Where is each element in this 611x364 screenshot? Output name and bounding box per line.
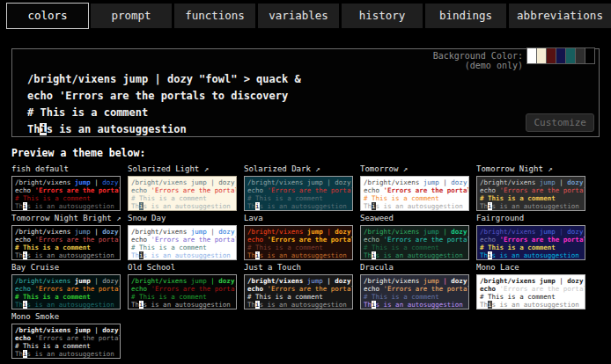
theme-sample-line-4: This is an autosuggestion — [247, 251, 352, 259]
error-text: 'Errors are the portals to discovery — [500, 236, 585, 244]
theme-card[interactable]: /bright/vixens jump | dozy "fowl" > quac… — [11, 324, 121, 359]
comment-text: # This is a comment — [480, 293, 556, 301]
pipe-separator: | — [323, 228, 335, 236]
quoted-text: "fowl" > quack & — [234, 228, 237, 236]
theme-card[interactable]: /bright/vixens jump | dozy "fowl" > quac… — [360, 176, 469, 211]
theme-card[interactable]: /bright/vixens jump | dozy "fowl" > quac… — [11, 274, 121, 309]
theme-card[interactable]: /bright/vixens jump | dozy "fowl" > quac… — [128, 176, 237, 211]
theme-title: Solarized Light ↗ — [128, 164, 237, 174]
tab-bindings[interactable]: bindings — [425, 4, 506, 28]
background-color-swatch[interactable] — [585, 47, 595, 64]
quoted-text: "fowl" > quack & — [467, 228, 469, 236]
autosuggestion-text: s is an autosuggestion — [492, 301, 579, 309]
shell-command-text: jump — [423, 277, 439, 285]
echo-command-text: echo — [480, 236, 500, 244]
theme-sample-line-2: echo 'Errors are the portals to discover… — [364, 285, 468, 293]
theme-sample-line-1: /bright/vixens jump | dozy "fowl" > quac… — [364, 277, 468, 285]
theme-card[interactable]: /bright/vixens jump | dozy "fowl" > quac… — [128, 225, 237, 260]
error-text: 'Errors are the portals to discovery — [35, 236, 121, 244]
comment-text: # This is a comment — [247, 194, 323, 202]
error-text: 'Errors are the portals to discovery — [384, 186, 469, 194]
shell-command-text: jump — [191, 178, 207, 186]
quoted-text: "fowl" > quack & — [118, 277, 121, 285]
quoted-text: "fowl" > quack & — [583, 178, 585, 186]
comment-text: # This is a comment — [15, 342, 91, 350]
quoted-text: "fowl" > quack & — [350, 277, 353, 285]
autosuggestion-text: Th — [131, 301, 139, 309]
theme-sample-line-2: echo 'Errors are the portals to discover… — [247, 236, 352, 244]
tab-colors[interactable]: colors — [7, 4, 88, 28]
error-text: 'Errors are the portals to discovery — [151, 285, 237, 293]
theme-sample-line-2: echo 'Errors are the portals to discover… — [15, 285, 120, 293]
comment-text: # This is a comment — [247, 244, 323, 251]
theme-sample-line-1: /bright/vixens jump | dozy "fowl" > quac… — [15, 277, 120, 285]
theme-card[interactable]: /bright/vixens jump | dozy "fowl" > quac… — [476, 274, 585, 309]
shell-path-text: /bright/vixens — [27, 73, 122, 85]
shell-command2-text: dozy — [335, 228, 350, 236]
shell-command2-text: dozy — [451, 277, 467, 285]
theme-card[interactable]: /bright/vixens jump | dozy "fowl" > quac… — [244, 176, 353, 211]
theme-cell: Bay Cruise/bright/vixens jump | dozy "fo… — [11, 262, 121, 309]
theme-sample-line-2: echo 'Errors are the portals to discover… — [131, 236, 236, 244]
theme-sample-line-3: # This is a comment — [131, 244, 236, 251]
tab-abbreviations[interactable]: abbreviations — [509, 4, 611, 28]
autosuggestion-text: s is an autosuggestion — [144, 301, 231, 309]
theme-sample-line-1: /bright/vixens jump | dozy "fowl" > quac… — [247, 228, 352, 236]
theme-sample-line-3: # This is a comment — [15, 342, 120, 350]
theme-card[interactable]: /bright/vixens jump | dozy "fowl" > quac… — [11, 176, 121, 211]
autosuggestion-text: s is an autosuggestion — [144, 202, 231, 210]
shell-command2-text: dozy — [567, 228, 583, 236]
shell-path-text: /bright/vixens — [247, 228, 307, 236]
theme-sample-line-4: This is an autosuggestion — [480, 202, 585, 210]
error-text: 'Errors are the portals to discovery — [59, 90, 288, 102]
theme-card[interactable]: /bright/vixens jump | dozy "fowl" > quac… — [244, 274, 353, 309]
tab-history[interactable]: history — [342, 4, 423, 28]
color-preview-box: Background Color: (demo only) /bright/vi… — [11, 48, 600, 137]
tab-prompt[interactable]: prompt — [91, 4, 172, 28]
theme-sample-line-1: /bright/vixens jump | dozy "fowl" > quac… — [15, 178, 120, 186]
theme-card[interactable]: /bright/vixens jump | dozy "fowl" > quac… — [360, 225, 469, 260]
echo-command-text: echo — [15, 186, 35, 194]
pipe-separator: | — [439, 277, 452, 285]
theme-sample-line-3: # This is a comment — [131, 293, 236, 301]
shell-path-text: /bright/vixens — [364, 228, 423, 236]
theme-title: Bay Cruise — [11, 263, 121, 273]
pipe-separator: | — [207, 228, 219, 236]
customize-button[interactable]: Customize — [526, 113, 594, 132]
error-text: 'Errors are the portals to discovery — [500, 186, 585, 194]
autosuggestion-text: s is an autosuggestion — [27, 301, 114, 309]
theme-card[interactable]: /bright/vixens jump | dozy "fowl" > quac… — [360, 274, 469, 309]
comment-text: # This is a comment — [364, 293, 439, 301]
theme-sample-line-3: # This is a comment — [480, 293, 585, 301]
autosuggestion-text: Th — [15, 350, 23, 358]
echo-command-text: echo — [364, 186, 384, 194]
error-text: 'Errors are the portals to discovery — [384, 285, 469, 293]
theme-card[interactable]: /bright/vixens jump | dozy "fowl" > quac… — [476, 225, 585, 260]
theme-sample-line-3: # This is a comment — [247, 194, 352, 202]
theme-sample-line-2: echo 'Errors are the portals to discover… — [131, 186, 236, 194]
shell-path-text: /bright/vixens — [480, 178, 540, 186]
autosuggestion-text: Th — [364, 251, 372, 259]
autosuggestion-text: Th — [27, 123, 40, 135]
theme-card[interactable]: /bright/vixens jump | dozy "fowl" > quac… — [128, 274, 237, 309]
echo-command-text: echo — [27, 90, 59, 102]
quoted-text: "fowl" > quack & — [118, 326, 121, 334]
echo-command-text: echo — [480, 285, 500, 293]
theme-card[interactable]: /bright/vixens jump | dozy "fowl" > quac… — [11, 225, 121, 260]
theme-card[interactable]: /bright/vixens jump | dozy "fowl" > quac… — [476, 176, 585, 211]
pipe-separator: | — [439, 178, 452, 186]
shell-command-text: jump — [423, 178, 439, 186]
shell-command-text: jump — [540, 178, 556, 186]
tab-functions[interactable]: functions — [174, 4, 255, 28]
theme-card[interactable]: /bright/vixens jump | dozy "fowl" > quac… — [244, 225, 353, 260]
theme-cell: Solarized Dark ↗/bright/vixens jump | do… — [244, 164, 353, 211]
quoted-text: "fowl" > quack & — [467, 277, 469, 285]
shell-command2-text: dozy — [451, 178, 467, 186]
autosuggestion-text: Th — [247, 251, 255, 259]
tab-variables[interactable]: variables — [258, 4, 339, 28]
shell-path-text: /bright/vixens — [15, 178, 75, 186]
theme-title: Mono Lace — [476, 263, 585, 273]
autosuggestion-text: s is an autosuggestion — [376, 202, 463, 210]
theme-cell: Tomorrow Night ↗/bright/vixens jump | do… — [476, 164, 585, 211]
theme-title: Just a Touch — [244, 263, 353, 273]
